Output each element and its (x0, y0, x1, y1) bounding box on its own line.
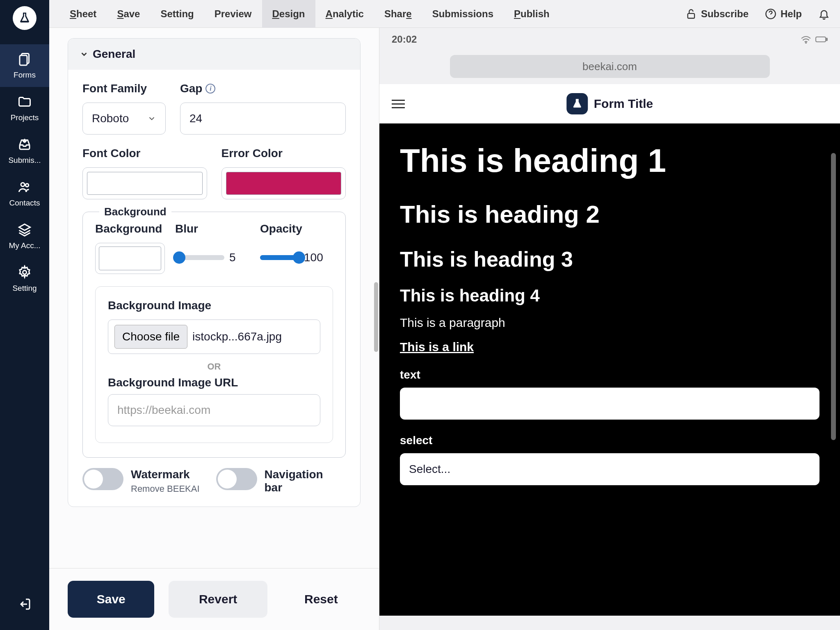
form-header: Form Title (379, 84, 840, 123)
nav-analytic[interactable]: Analytic (315, 0, 374, 28)
form-preview: 20:02 beekai.com Form Title This is head… (379, 28, 840, 630)
svg-point-4 (23, 271, 27, 274)
help-button[interactable]: Help (765, 8, 802, 20)
reset-button[interactable]: Reset (282, 581, 361, 618)
sidebar-item-logout[interactable] (0, 593, 49, 620)
file-name: istockp...667a.jpg (192, 330, 282, 343)
nav-publish[interactable]: Publish (504, 0, 560, 28)
opacity-slider[interactable] (260, 255, 299, 260)
font-family-select[interactable]: Roboto (82, 103, 166, 135)
preview-h2: This is heading 2 (400, 200, 819, 228)
sidebar-item-label: Submis... (8, 156, 41, 165)
save-button[interactable]: Save (68, 581, 154, 618)
svg-point-2 (21, 183, 25, 187)
hamburger-icon[interactable] (392, 100, 405, 108)
preview-scrollbar[interactable] (831, 153, 836, 440)
sidebar-item-account[interactable]: My Acc... (0, 215, 49, 258)
preview-h4: This is heading 4 (400, 286, 819, 306)
sidebar-item-contacts[interactable]: Contacts (0, 172, 49, 215)
info-icon[interactable]: i (205, 84, 215, 94)
bg-url-input[interactable] (108, 394, 320, 426)
design-panel: General Font Family Roboto (49, 28, 379, 630)
nav-share[interactable]: Share (374, 0, 422, 28)
watermark-toggle[interactable] (82, 468, 123, 490)
sidebar-item-label: Setting (12, 284, 37, 293)
select-field-label: select (400, 434, 819, 447)
sidebar-item-label: My Acc... (9, 241, 40, 250)
form-logo (566, 93, 588, 114)
layers-icon (17, 222, 32, 237)
nav-save[interactable]: Save (107, 0, 150, 28)
wifi-icon (801, 35, 811, 43)
text-field-label: text (400, 368, 819, 381)
sidebar-item-label: Projects (11, 113, 39, 122)
app-logo[interactable] (13, 6, 37, 30)
subscribe-button[interactable]: Subscribe (685, 8, 749, 20)
folder-icon (17, 94, 32, 109)
svg-rect-9 (826, 38, 827, 41)
background-color-label: Background (95, 222, 165, 235)
forms-icon (17, 52, 32, 66)
nav-sheet[interactable]: Sheet (59, 0, 107, 28)
nav-design[interactable]: Design (262, 0, 315, 28)
unlock-icon (685, 8, 697, 20)
preview-h3: This is heading 3 (400, 247, 819, 272)
error-color-label: Error Color (221, 147, 346, 160)
navbar-toggle[interactable] (216, 468, 257, 490)
preview-text-input[interactable] (400, 388, 819, 420)
svg-point-7 (806, 43, 806, 43)
flask-icon (571, 98, 583, 110)
nav-submissions[interactable]: Submissions (422, 0, 504, 28)
background-color-picker[interactable] (95, 243, 165, 274)
logout-icon (17, 597, 32, 612)
svg-rect-8 (816, 37, 826, 42)
gap-input[interactable] (180, 103, 346, 135)
panel-scrollbar[interactable] (374, 282, 378, 352)
notifications-button[interactable] (818, 8, 830, 20)
sidebar-item-label: Forms (14, 71, 36, 80)
svg-rect-5 (688, 13, 694, 18)
section-general-header[interactable]: General (68, 39, 360, 70)
inbox-icon (17, 137, 32, 152)
svg-rect-1 (20, 55, 27, 65)
preview-h1: This is heading 1 (400, 142, 819, 180)
preview-link[interactable]: This is a link (400, 340, 474, 354)
gap-label: Gap i (180, 82, 346, 95)
choose-file-button[interactable]: Choose file (114, 325, 187, 349)
flask-icon (18, 11, 31, 25)
device-time: 20:02 (392, 34, 417, 45)
font-color-picker[interactable] (82, 167, 207, 199)
font-family-label: Font Family (82, 82, 166, 95)
chevron-down-icon (147, 114, 156, 123)
background-fieldset: Background Background Blur (82, 212, 346, 458)
font-color-label: Font Color (82, 147, 207, 160)
bg-image-label: Background Image (108, 299, 320, 312)
sidebar-item-forms[interactable]: Forms (0, 44, 49, 87)
preview-url-bar: beekai.com (450, 55, 770, 78)
users-icon (17, 180, 32, 194)
bg-image-file-input[interactable]: Choose file istockp...667a.jpg (108, 320, 320, 354)
sidebar-item-projects[interactable]: Projects (0, 87, 49, 130)
sidebar-item-submissions[interactable]: Submis... (0, 130, 49, 172)
chevron-down-icon (80, 50, 89, 59)
preview-select[interactable]: Select... (400, 453, 819, 485)
form-title: Form Title (594, 97, 653, 111)
preview-paragraph: This is a paragraph (400, 316, 819, 330)
bg-url-label: Background Image URL (108, 376, 320, 389)
help-icon (765, 8, 776, 20)
left-sidebar: Forms Projects Submis... Contacts My Acc… (0, 0, 49, 630)
sidebar-item-setting[interactable]: Setting (0, 258, 49, 300)
gear-icon (17, 265, 32, 280)
blur-label: Blur (175, 222, 250, 235)
nav-preview[interactable]: Preview (204, 0, 262, 28)
blur-slider[interactable] (175, 255, 224, 260)
sidebar-item-label: Contacts (9, 199, 40, 208)
svg-point-3 (25, 184, 29, 187)
opacity-label: Opacity (260, 222, 333, 235)
bell-icon (818, 8, 830, 20)
battery-icon (815, 36, 828, 43)
revert-button[interactable]: Revert (169, 581, 267, 618)
error-color-picker[interactable] (221, 167, 346, 199)
top-nav: Sheet Save Setting Preview Design Analyt… (49, 0, 840, 28)
nav-setting[interactable]: Setting (150, 0, 204, 28)
